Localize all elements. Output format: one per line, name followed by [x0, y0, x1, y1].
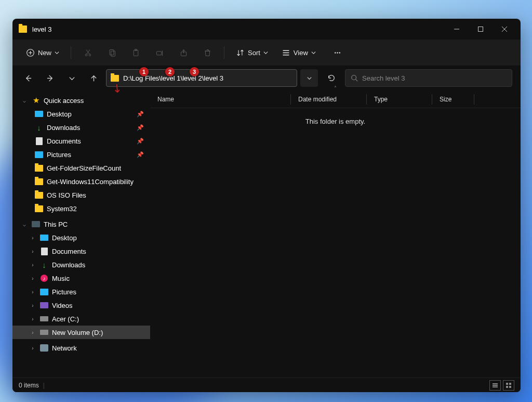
details-view-button[interactable] [489, 380, 501, 391]
sidebar-item[interactable]: ›♪Music [12, 271, 150, 285]
plus-circle-icon [26, 48, 35, 57]
toolbar: New Sort View [12, 40, 521, 66]
col-type[interactable]: Type [367, 96, 432, 103]
sidebar-item[interactable]: Documents📌 [12, 134, 150, 148]
more-button[interactable] [327, 44, 348, 61]
pin-icon: 📌 [137, 151, 144, 158]
sidebar-item[interactable]: ›Acer (C:) [12, 312, 150, 326]
item-count: 0 items [19, 382, 39, 389]
sidebar-quick-access[interactable]: ⌵ ★ Quick access [12, 94, 150, 107]
sidebar-item[interactable]: ›New Volume (D:) [12, 326, 150, 339]
copy-button[interactable] [101, 44, 122, 61]
dl-icon: ↓ [39, 261, 49, 269]
status-bar: 0 items | [12, 378, 521, 392]
share-icon [179, 48, 188, 57]
thumbnail-view-button[interactable] [503, 380, 514, 391]
sidebar-item[interactable]: ›Pictures [12, 285, 150, 299]
maximize-button[interactable] [469, 19, 493, 39]
trash-icon [203, 48, 212, 57]
refresh-button[interactable] [321, 69, 342, 87]
svg-point-21 [335, 52, 336, 53]
svg-line-9 [86, 49, 89, 54]
folder-icon [19, 25, 27, 33]
chevron-up-icon: ˄ [150, 85, 521, 91]
address-bar[interactable]: D:\Log Files\level 1\level 2\level 3 [106, 69, 297, 87]
svg-point-23 [339, 52, 340, 53]
chevron-right-icon: › [29, 249, 36, 254]
sidebar-item[interactable]: ›↓Downloads [12, 258, 150, 271]
address-path: D:\Log Files\level 1\level 2\level 3 [123, 74, 223, 82]
svg-line-28 [356, 80, 358, 82]
sort-button[interactable]: Sort [231, 44, 273, 61]
content: ⌵ ★ Quick access Desktop📌↓Downloads📌Docu… [12, 90, 521, 378]
pc-icon [31, 220, 41, 228]
sidebar-item[interactable]: Desktop📌 [12, 107, 150, 121]
view-button[interactable]: View [276, 44, 321, 61]
svg-rect-11 [110, 49, 114, 55]
sidebar-network[interactable]: › Network [12, 341, 150, 355]
sidebar-item[interactable]: Get-Windows11Compatibility [12, 175, 150, 188]
new-button[interactable]: New [21, 44, 64, 61]
star-icon: ★ [31, 96, 41, 105]
chevron-right-icon: › [29, 289, 36, 295]
sort-icon [236, 48, 245, 57]
svg-point-22 [337, 52, 338, 53]
paste-button[interactable] [125, 44, 146, 61]
explorer-window: level 3 New Sort View [12, 19, 521, 392]
search-icon [351, 74, 358, 82]
pin-icon: 📌 [137, 124, 144, 131]
col-size[interactable]: Size [432, 96, 474, 103]
sidebar-item[interactable]: System32 [12, 202, 150, 215]
delete-button[interactable] [197, 44, 218, 61]
up-button[interactable] [84, 69, 103, 87]
sidebar-item[interactable]: ↓Downloads📌 [12, 121, 150, 134]
share-button[interactable] [173, 44, 194, 61]
minimize-button[interactable] [445, 19, 469, 39]
network-icon [39, 344, 49, 352]
svg-rect-15 [156, 51, 161, 55]
sidebar-item[interactable]: ›Desktop [12, 231, 150, 244]
rename-button[interactable] [149, 44, 170, 61]
svg-rect-33 [509, 383, 511, 385]
sidebar-item[interactable]: ›Documents [12, 244, 150, 258]
desktop-icon [39, 234, 49, 242]
sidebar-this-pc[interactable]: ⌵ This PC [12, 217, 150, 231]
callout-1: 1 [139, 67, 149, 76]
chevron-down-icon [55, 50, 59, 55]
doc-icon [34, 137, 44, 145]
search-box[interactable]: Search level 3 [345, 69, 512, 87]
svg-rect-32 [506, 383, 508, 385]
column-header: ˄ Name Date modified Type Size [150, 90, 521, 108]
col-date[interactable]: Date modified [291, 96, 366, 103]
folder-icon [34, 177, 44, 186]
chevron-down-icon: ⌵ [21, 222, 28, 227]
sidebar-item[interactable]: Get-FolderSizeFileCount [12, 161, 150, 175]
chevron-right-icon: › [29, 303, 36, 308]
callout-2: 2 [165, 67, 175, 76]
callout-3: 3 [190, 67, 199, 76]
folder-icon [34, 191, 44, 199]
search-placeholder: Search level 3 [362, 74, 405, 82]
forward-button[interactable] [41, 69, 59, 87]
svg-rect-35 [509, 386, 511, 388]
sidebar-item[interactable]: Pictures📌 [12, 148, 150, 161]
svg-rect-34 [506, 386, 508, 388]
sidebar-item[interactable]: ›Videos [12, 299, 150, 312]
svg-point-7 [85, 54, 87, 56]
recent-button[interactable] [62, 69, 81, 87]
address-history-button[interactable] [300, 69, 318, 87]
cut-button[interactable] [77, 44, 98, 61]
pic-icon [34, 150, 44, 159]
chevron-down-icon [263, 50, 268, 55]
sidebar: ⌵ ★ Quick access Desktop📌↓Downloads📌Docu… [12, 90, 150, 378]
sidebar-item[interactable]: OS ISO Files [12, 188, 150, 202]
close-button[interactable] [493, 19, 516, 39]
desktop-icon [34, 110, 44, 118]
rename-icon [155, 48, 164, 57]
svg-rect-14 [135, 49, 136, 50]
svg-rect-29 [493, 383, 498, 384]
back-button[interactable] [19, 69, 37, 87]
col-name[interactable]: Name [150, 96, 290, 103]
chevron-right-icon: › [29, 316, 36, 322]
svg-point-27 [352, 75, 356, 80]
